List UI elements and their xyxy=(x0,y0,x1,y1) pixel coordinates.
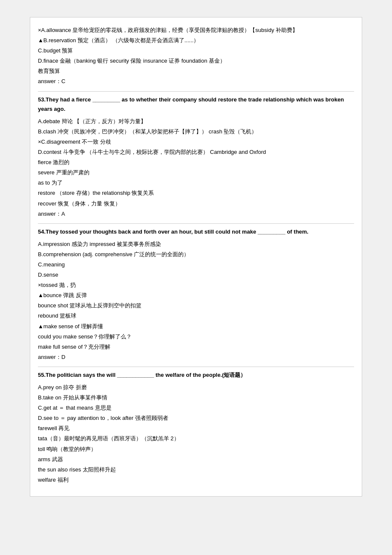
line-53-c: ×C.disagreement 不一致 分歧 xyxy=(38,137,354,147)
line-53-b: B.clash 冲突（民族冲突，巴伊冲突）（和某人吵架把杯子【摔了】） cras… xyxy=(38,127,354,137)
line-52-answer: answer：C xyxy=(38,76,354,87)
line-55-toll: toll 鸣响（教堂的钟声） xyxy=(38,444,354,454)
section-52-lines: ×A.allowance 皇帝给宠臣的零花钱，政府颁发的津贴，经费（享受国务院津… xyxy=(38,24,354,88)
section-53-lines: A.debate 辩论 【（正方，反方）对等力量】 B.clash 冲突（民族冲… xyxy=(38,116,354,220)
line-52-5: 教育预算 xyxy=(38,66,354,76)
line-53-a: A.debate 辩论 【（正方，反方）对等力量】 xyxy=(38,116,354,127)
line-55-farewell: farewell 再见 xyxy=(38,423,354,434)
line-53-recover: recover 恢复（身体，力量 恢复） xyxy=(38,199,354,209)
line-52-3: C.budget 预算 xyxy=(38,46,354,56)
line-53-answer: answer：A xyxy=(38,209,354,219)
section-54: 54.They tossed your thoughts back and fo… xyxy=(38,224,354,367)
line-53-d: D.contest 斗争竞争 （斗牛士与牛之间，校际比赛，学院内部的比赛） Ca… xyxy=(38,147,354,157)
line-53-fierce: fierce 激烈的 xyxy=(38,157,354,168)
line-54-bounce: ▲bounce 弹跳 反弹 xyxy=(38,290,354,301)
line-54-c: C.meaning xyxy=(38,260,354,270)
line-53-severe: severe 严重的严肃的 xyxy=(38,168,354,178)
line-54-d: D.sense xyxy=(38,270,354,280)
line-55-welfare: welfare 福利 xyxy=(38,475,354,485)
section-55: 55.The politician says the will ________… xyxy=(38,367,354,489)
section-52-cont: ×A.allowance 皇帝给宠臣的零花钱，政府颁发的津贴，经费（享受国务院津… xyxy=(38,24,354,92)
line-54-b: B.comprehension (adj. comprehensive 广泛的统… xyxy=(38,249,354,260)
line-52-4: D.finace 金融（banking 银行 security 保险 insur… xyxy=(38,56,354,66)
question-55-header: 55.The politician says the will ________… xyxy=(38,367,354,382)
line-54-a: A.impression 感染力 impressed 被某类事务所感染 xyxy=(38,239,354,249)
line-54-answer: answer：D xyxy=(38,352,354,362)
line-54-bounce-shot: bounce shot 篮球从地上反弹到空中的扣篮 xyxy=(38,301,354,311)
line-54-could: could you make sense？你理解了么？ xyxy=(38,332,354,342)
line-52-1: ×A.allowance 皇帝给宠臣的零花钱，政府颁发的津贴，经费（享受国务院津… xyxy=(38,25,354,35)
line-52-2: ▲B.reservation 预定（酒店） （六级每次都是开会酒店满了.....… xyxy=(38,35,354,46)
line-54-make-sense: ▲make sense of 理解弄懂 xyxy=(38,321,354,332)
line-55-d: D.see to ＝ pay attention to，look after 强… xyxy=(38,413,354,423)
line-55-tata: tata（音）最时髦的再见用语（西班牙语）（沉默羔羊 2） xyxy=(38,434,354,444)
question-54-header: 54.They tossed your thoughts back and fo… xyxy=(38,224,354,238)
main-content: ×A.allowance 皇帝给宠臣的零花钱，政府颁发的津贴，经费（享受国务院津… xyxy=(30,17,362,497)
line-55-sun: the sun also rises 太阳照样升起 xyxy=(38,465,354,475)
line-55-b: B.take on 开始从事某件事情 xyxy=(38,393,354,403)
line-55-c: C.get at ＝ that means 意思是 xyxy=(38,403,354,413)
line-54-rebound: rebound 篮板球 xyxy=(38,311,354,321)
section-55-lines: A.prey on 掠夺 折磨 B.take on 开始从事某件事情 C.get… xyxy=(38,382,354,486)
section-54-lines: A.impression 感染力 impressed 被某类事务所感染 B.co… xyxy=(38,238,354,363)
line-54-tossed: ×tossed 抛，扔 xyxy=(38,280,354,290)
line-53-asto: as to 为了 xyxy=(38,178,354,188)
line-54-full: make full sense of？充分理解 xyxy=(38,342,354,352)
question-53-header: 53.They had a fierce _________ as to whe… xyxy=(38,92,354,116)
line-55-a: A.prey on 掠夺 折磨 xyxy=(38,382,354,393)
line-55-arms: arms 武器 xyxy=(38,454,354,465)
section-53: 53.They had a fierce _________ as to whe… xyxy=(38,92,354,224)
line-53-restore: restore （store 存储）the relationship 恢复关系 xyxy=(38,188,354,198)
